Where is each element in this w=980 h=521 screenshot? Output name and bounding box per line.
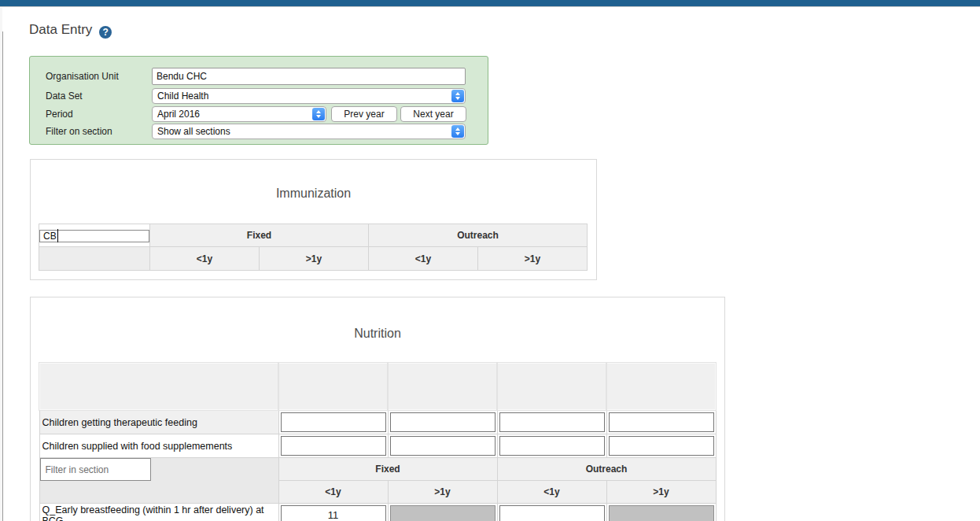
data-cell-input[interactable] — [281, 436, 386, 456]
data-cell-input[interactable] — [499, 436, 605, 456]
data-entry-page: Data Entry ? Organisation Unit Data Set … — [0, 0, 980, 521]
table-row: Children getting therapeutic feeding — [39, 410, 716, 434]
section-filter-cell — [39, 224, 150, 247]
select-stepper-icon — [451, 90, 464, 102]
section-immunization: Immunization Fixed Outreach <1y >1y <1y … — [30, 159, 597, 280]
page-title: Data Entry ? — [29, 22, 112, 39]
help-icon[interactable]: ? — [99, 26, 112, 39]
empty-header-cell — [278, 363, 388, 410]
data-set-select[interactable]: Child Health — [152, 88, 466, 104]
empty-header-cell — [39, 363, 278, 410]
entry-selection-form: Organisation Unit Data Set Child Health … — [29, 56, 488, 145]
data-cell-input-disabled — [390, 505, 496, 521]
page-title-text: Data Entry — [29, 22, 92, 37]
select-stepper-icon — [451, 125, 464, 138]
data-cell-input[interactable] — [281, 505, 386, 521]
column-group-fixed: Fixed — [278, 458, 497, 481]
section-filter-input[interactable] — [39, 230, 149, 242]
empty-header-cell — [39, 247, 150, 271]
column-group-outreach: Outreach — [369, 224, 588, 247]
column-header: <1y — [278, 481, 388, 504]
row-label: Children supplied with food supplemement… — [39, 434, 278, 458]
section-filter-cell — [39, 458, 278, 504]
empty-header-cell — [388, 363, 497, 410]
select-stepper-icon — [312, 108, 325, 120]
data-set-label: Data Set — [46, 91, 83, 102]
section-title: Immunization — [31, 187, 596, 201]
data-cell-input[interactable] — [390, 412, 496, 432]
table-row: Children supplied with food supplemement… — [39, 434, 716, 458]
column-group-outreach: Outreach — [497, 458, 716, 481]
data-cell-input[interactable] — [390, 436, 496, 456]
data-set-selected-value: Child Health — [157, 91, 208, 102]
column-header: >1y — [606, 481, 716, 504]
next-year-button[interactable]: Next year — [400, 106, 466, 122]
data-cell-input-disabled — [609, 505, 714, 521]
period-selected-value: April 2016 — [157, 109, 200, 120]
tall-header-row — [39, 363, 716, 410]
filter-on-section-label: Filter on section — [46, 126, 112, 137]
data-cell-input[interactable] — [609, 412, 714, 432]
prev-year-button[interactable]: Prev year — [331, 106, 397, 122]
column-group-header-row: Fixed Outreach — [39, 224, 588, 247]
data-cell-input[interactable] — [499, 505, 605, 521]
table-row: Q_Early breastfeeding (within 1 hr after… — [39, 504, 716, 521]
section-filter-select[interactable]: Show all sections — [152, 124, 466, 139]
column-header: <1y — [150, 247, 260, 271]
section-nutrition: Nutrition Children getting therapeutic f… — [30, 297, 725, 521]
column-header: <1y — [369, 247, 478, 271]
section-filter-selected-value: Show all sections — [157, 126, 230, 137]
column-header: <1y — [497, 481, 606, 504]
empty-header-cell — [497, 363, 606, 410]
row-label: Children getting therapeutic feeding — [39, 410, 278, 434]
data-cell-input[interactable] — [609, 436, 714, 456]
text-cursor — [57, 229, 58, 242]
section-filter-input[interactable] — [40, 458, 151, 481]
app-top-bar — [0, 0, 980, 7]
org-unit-label: Organisation Unit — [46, 71, 119, 82]
row-label: Q_Early breastfeeding (within 1 hr after… — [39, 504, 278, 521]
column-group-fixed: Fixed — [150, 224, 369, 247]
section-title: Nutrition — [31, 327, 724, 341]
data-cell-input[interactable] — [281, 412, 386, 432]
column-header-row: <1y >1y <1y >1y — [39, 247, 588, 271]
column-header: >1y — [388, 481, 497, 504]
empty-header-cell — [606, 363, 716, 410]
column-header: >1y — [260, 247, 369, 271]
column-group-header-row: Fixed Outreach — [39, 458, 716, 481]
column-header: >1y — [478, 247, 588, 271]
period-label: Period — [46, 109, 73, 120]
data-cell-input[interactable] — [499, 412, 605, 432]
period-select[interactable]: April 2016 — [152, 106, 326, 122]
left-panel-divider — [2, 31, 3, 521]
org-unit-input[interactable] — [152, 68, 466, 85]
